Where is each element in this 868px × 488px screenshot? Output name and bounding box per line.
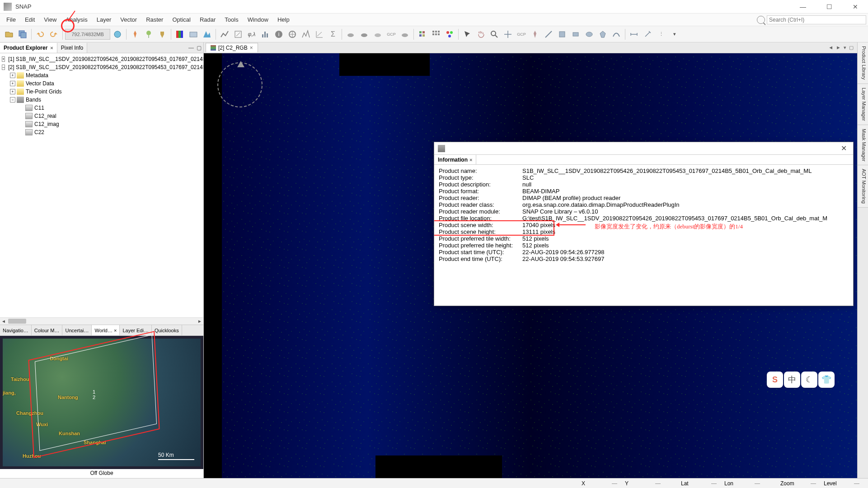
ime-zh-button[interactable]: 中 xyxy=(784,372,800,388)
info-button[interactable]: i xyxy=(272,28,285,41)
menu-edit[interactable]: Edit xyxy=(20,14,39,25)
menu-radar[interactable]: Radar xyxy=(195,14,220,25)
minimize-button[interactable]: — xyxy=(794,1,812,12)
globe-refresh-button[interactable] xyxy=(111,28,124,41)
collapse-icon[interactable]: − xyxy=(2,65,5,70)
menu-window[interactable]: Window xyxy=(243,14,273,25)
ime-moon-button[interactable]: ☾ xyxy=(801,372,817,388)
tab-aot-monitoring[interactable]: AOT Monitoring xyxy=(858,165,868,208)
expand-icon[interactable]: + xyxy=(10,73,15,78)
dialog-close-button[interactable]: ✕ xyxy=(838,144,849,153)
gcp-label[interactable]: GCP xyxy=(385,28,398,41)
tab-pixel-info[interactable]: Pixel Info xyxy=(57,43,87,53)
screenshot-button[interactable] xyxy=(187,28,200,41)
information-tab[interactable]: Information× xyxy=(434,155,476,164)
tab-uncertainty[interactable]: Uncertai… xyxy=(62,325,92,335)
menu-vector[interactable]: Vector xyxy=(116,14,141,25)
tree-tiepoint[interactable]: +Tie-Point Grids xyxy=(0,88,203,96)
crosshair-tool[interactable] xyxy=(502,28,514,41)
zoom-tool[interactable] xyxy=(488,28,501,41)
tab-navigation[interactable]: Navigatio… xyxy=(0,325,32,335)
tree-bands[interactable]: −Bands xyxy=(0,96,203,104)
draw-rect2-tool[interactable] xyxy=(569,28,582,41)
cloud-tool-1[interactable] xyxy=(344,28,357,41)
pin-tool-1[interactable] xyxy=(129,28,141,41)
close-icon[interactable]: × xyxy=(114,328,117,333)
menu-tools[interactable]: Tools xyxy=(220,14,243,25)
memory-indicator[interactable]: 792.7/4832MB xyxy=(65,29,110,40)
search-input[interactable] xyxy=(767,15,866,24)
toolbar-more[interactable]: ⋮ xyxy=(655,28,667,41)
view-next-icon[interactable]: ► xyxy=(836,45,841,51)
tab-mask-manager[interactable]: Mask Manager xyxy=(858,125,868,166)
pin-tool-2[interactable] xyxy=(142,28,155,41)
tab-layer-manager[interactable]: Layer Manager xyxy=(858,84,868,125)
draw-ellipse-tool[interactable] xyxy=(583,28,596,41)
pin-tool-3[interactable] xyxy=(156,28,169,41)
panel-minimize-icon[interactable]: — xyxy=(188,45,194,51)
edit-geom-button[interactable] xyxy=(232,28,244,41)
menu-analysis[interactable]: Analysis xyxy=(61,14,92,25)
close-icon[interactable]: × xyxy=(469,157,472,163)
compass-icon[interactable] xyxy=(217,62,263,107)
tab-product-library[interactable]: Product Library xyxy=(858,42,868,84)
phi-lambda-button[interactable]: φ,λ xyxy=(245,28,258,41)
pan-tool[interactable] xyxy=(474,28,487,41)
tree-metadata[interactable]: +Metadata xyxy=(0,71,203,79)
histogram-button[interactable] xyxy=(259,28,272,41)
undo-button[interactable] xyxy=(34,28,47,41)
grid-tool-1[interactable] xyxy=(416,28,429,41)
menu-view[interactable]: View xyxy=(39,14,61,25)
view-tab-c2rgb[interactable]: [2] C2_RGB × xyxy=(206,43,258,52)
tree-band-c12imag[interactable]: C12_imag xyxy=(0,120,203,128)
cloud-tool-2[interactable] xyxy=(358,28,371,41)
tree-vector-data[interactable]: +Vector Data xyxy=(0,79,203,88)
spectrum-chart-button[interactable] xyxy=(300,28,312,41)
select-tool[interactable] xyxy=(461,28,474,41)
tab-colour-manip[interactable]: Colour M… xyxy=(32,325,63,335)
view-prev-icon[interactable]: ◄ xyxy=(828,45,833,51)
information-body[interactable]: Product name:S1B_IW_SLC__1SDV_20190822T0… xyxy=(434,165,853,306)
panel-menu-icon[interactable]: ▢ xyxy=(197,45,202,51)
tab-world-view[interactable]: World…× xyxy=(92,325,120,335)
draw-path-tool[interactable] xyxy=(610,28,623,41)
geo-coding-button[interactable] xyxy=(286,28,299,41)
open-button[interactable] xyxy=(3,28,15,41)
ime-skin-button[interactable]: 👕 xyxy=(818,372,835,388)
view-max-icon[interactable]: ▢ xyxy=(849,45,854,51)
tree-scrollbar[interactable]: ◄► xyxy=(0,317,203,325)
maximize-button[interactable]: ☐ xyxy=(820,1,838,12)
close-icon[interactable]: × xyxy=(250,45,253,51)
expand-icon[interactable]: + xyxy=(2,56,5,62)
redo-button[interactable] xyxy=(47,28,60,41)
gcp-tool[interactable]: GCP xyxy=(515,28,528,41)
draw-rect-tool[interactable] xyxy=(556,28,568,41)
color-manip-button[interactable] xyxy=(174,28,186,41)
draw-line-tool[interactable] xyxy=(542,28,555,41)
tree-product-1[interactable]: +[1] S1B_IW_SLC__1SDV_20190822T095426_20… xyxy=(0,55,203,63)
close-icon[interactable]: × xyxy=(50,45,53,51)
ime-s-button[interactable]: S xyxy=(767,372,783,388)
menu-help[interactable]: Help xyxy=(273,14,294,25)
cloud-tool-4[interactable] xyxy=(399,28,411,41)
palette-tool[interactable] xyxy=(443,28,456,41)
world-map-button[interactable] xyxy=(201,28,213,41)
grid-tool-2[interactable] xyxy=(430,28,442,41)
tree-band-c11[interactable]: C11 xyxy=(0,104,203,112)
wand-tool[interactable] xyxy=(641,28,654,41)
tree-band-c12real[interactable]: C12_real xyxy=(0,112,203,120)
tree-band-c22[interactable]: C22 xyxy=(0,128,203,136)
save-all-button[interactable] xyxy=(16,28,29,41)
close-button[interactable]: ✕ xyxy=(846,1,864,12)
range-tool[interactable] xyxy=(628,28,640,41)
tree-product-2[interactable]: −[2] S1B_IW_SLC__1SDV_20190822T095426_20… xyxy=(0,63,203,71)
expand-icon[interactable]: + xyxy=(10,81,15,86)
collapse-icon[interactable]: − xyxy=(10,97,15,102)
scatter-button[interactable] xyxy=(313,28,326,41)
pin-tool[interactable] xyxy=(529,28,541,41)
menu-layer[interactable]: Layer xyxy=(92,14,116,25)
cloud-tool-3[interactable] xyxy=(371,28,384,41)
view-menu-icon[interactable]: ▾ xyxy=(844,45,846,51)
tab-product-explorer[interactable]: Product Explorer× xyxy=(0,43,57,53)
menu-raster[interactable]: Raster xyxy=(141,14,168,25)
